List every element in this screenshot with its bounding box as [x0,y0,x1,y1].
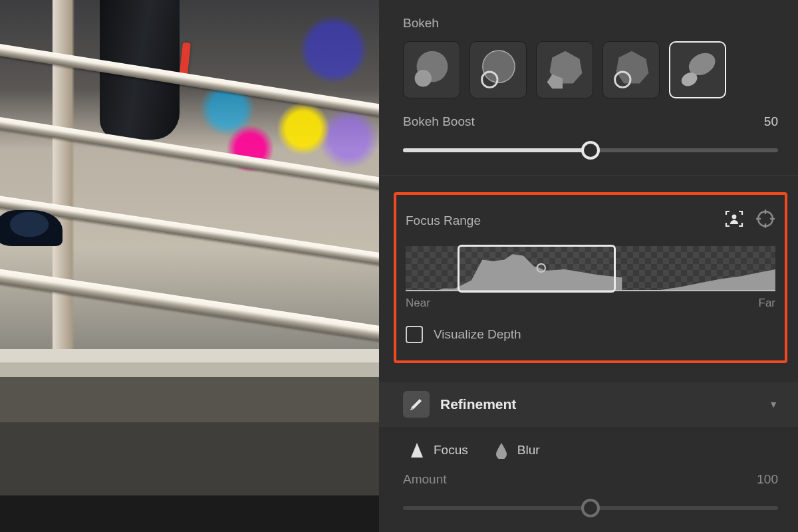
svg-point-11 [732,215,737,219]
refinement-section: Refinement ▼ Focus Blur Amount 100 [403,382,778,521]
focus-brush-tool[interactable]: Focus [410,442,468,459]
svg-marker-7 [616,51,649,84]
near-label: Near [406,297,430,310]
blur-tool-label: Blur [517,443,540,458]
far-label: Far [759,297,776,310]
bokeh-shape-picker [403,41,778,98]
divider [379,176,798,176]
bokeh-boost-slider[interactable] [403,137,778,164]
bokeh-boost-value: 50 [764,114,778,129]
chevron-down-icon[interactable]: ▼ [769,399,778,410]
refinement-label: Refinement [440,396,758,412]
focus-range-handle[interactable] [458,245,616,293]
bokeh-boost-label: Bokeh Boost [403,114,475,129]
bokeh-shape-blade-ring[interactable] [602,41,660,98]
bokeh-shape-blade-soft[interactable] [536,41,593,98]
amount-slider[interactable] [403,495,778,521]
amount-label: Amount [403,472,446,487]
visualize-depth-checkbox[interactable] [406,326,423,343]
lens-blur-panel: Bokeh Bokeh Boost 50 Focus Range [379,0,798,532]
bokeh-label: Bokeh [403,16,778,31]
photo-content [0,210,63,246]
svg-point-3 [483,51,515,82]
amount-value: 100 [757,472,778,487]
brush-icon [403,391,430,418]
svg-marker-21 [411,443,423,458]
focus-range-label: Focus Range [406,213,481,228]
blur-brush-tool[interactable]: Blur [495,442,540,459]
bokeh-shape-cat-eye[interactable] [669,41,726,98]
focus-range-section: Focus Range [394,192,787,363]
focus-tool-label: Focus [434,443,468,458]
image-preview[interactable] [0,0,379,532]
svg-marker-18 [652,269,775,291]
point-focus-icon[interactable] [755,209,775,232]
subject-focus-icon[interactable] [724,208,745,233]
depth-histogram[interactable] [406,246,775,291]
bokeh-shape-ring-circle[interactable] [469,41,527,98]
refinement-tool-picker: Focus Blur [410,442,778,459]
svg-point-1 [415,70,432,86]
bokeh-shape-soft-circle[interactable] [403,41,460,98]
photo-content [0,323,379,495]
visualize-depth-label: Visualize Depth [434,327,521,342]
refinement-header[interactable]: Refinement ▼ [379,382,798,427]
